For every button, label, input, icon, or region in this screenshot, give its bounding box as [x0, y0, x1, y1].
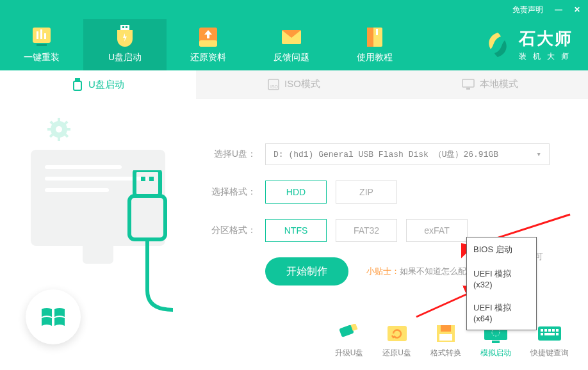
tool-label: 快捷键查询	[530, 348, 569, 358]
tip-text: 小贴士：如果不知道怎么配置	[366, 266, 475, 277]
svg-rect-19	[466, 88, 470, 90]
book-icon	[362, 26, 388, 48]
monitor-icon	[462, 79, 475, 90]
svg-rect-38	[441, 325, 451, 332]
svg-rect-39	[439, 334, 452, 341]
gear-icon	[46, 117, 72, 142]
windows-icon	[39, 303, 67, 331]
title-bar: 免责声明 — ✕	[0, 0, 588, 19]
usb-icon	[72, 78, 83, 91]
svg-rect-46	[548, 329, 551, 332]
nav-label: 使用教程	[357, 52, 393, 63]
tab-label: 本地模式	[480, 78, 518, 90]
svg-rect-51	[556, 333, 559, 335]
nav-usb-boot[interactable]: U盘启动	[83, 19, 167, 70]
nav-label: 一键重装	[24, 52, 60, 63]
svg-rect-48	[556, 329, 559, 332]
usb-stick-icon	[336, 323, 363, 344]
tool-upgrade-usb[interactable]: 升级U盘	[335, 323, 364, 358]
svg-text:ISO: ISO	[270, 84, 279, 89]
nav-tutorial[interactable]: 使用教程	[333, 19, 416, 70]
svg-rect-21	[58, 118, 60, 122]
usb-plug-icon	[122, 170, 173, 320]
svg-rect-49	[541, 333, 543, 335]
tab-label: ISO模式	[284, 78, 320, 90]
disk-label: 选择U盘：	[205, 149, 256, 160]
tab-iso-mode[interactable]: ISO ISO模式	[196, 70, 392, 99]
bar-chart-icon	[29, 26, 54, 48]
format-option-zip[interactable]: ZIP	[336, 181, 397, 204]
partition-option-fat32[interactable]: FAT32	[336, 219, 397, 242]
tool-label: 格式转换	[430, 348, 461, 358]
svg-rect-22	[58, 136, 60, 141]
tool-restore-usb[interactable]: 还原U盘	[382, 323, 411, 358]
svg-rect-33	[129, 196, 165, 239]
svg-rect-7	[126, 26, 127, 28]
tab-label: U盘启动	[88, 79, 124, 91]
sub-tabs: U盘启动 ISO ISO模式 本地模式	[0, 70, 588, 99]
svg-point-29	[56, 126, 62, 133]
illustration	[0, 99, 192, 370]
envelope-icon	[279, 26, 304, 48]
chevron-down-icon: ▾	[536, 149, 541, 159]
partition-option-ntfs[interactable]: NTFS	[265, 219, 327, 242]
nav-label: 反馈问题	[274, 52, 309, 63]
svg-rect-12	[367, 28, 373, 47]
svg-rect-41	[492, 341, 500, 343]
brand-subtitle: 装机大师	[519, 51, 575, 62]
windows-badge	[26, 289, 81, 344]
tool-label: 还原U盘	[382, 348, 411, 358]
popup-uefi-x32[interactable]: UEFI 模拟(x32)	[467, 262, 536, 296]
brand-area: 石大师 装机大师	[483, 19, 588, 70]
svg-rect-50	[544, 333, 555, 335]
svg-rect-5	[120, 25, 129, 30]
upload-box-icon	[195, 26, 221, 48]
svg-rect-3	[44, 33, 46, 39]
main-nav: 一键重装 U盘启动 还原资料 反馈问题 使用教程 石大师 装机大师	[0, 19, 588, 70]
disk-value: D: (hd1) General USB Flash Disk （U盘）26.9…	[274, 149, 498, 160]
svg-rect-36	[388, 326, 407, 341]
nav-restore-data[interactable]: 还原资料	[167, 19, 250, 70]
nav-one-click-reinstall[interactable]: 一键重装	[0, 19, 83, 70]
svg-rect-4	[37, 44, 47, 46]
format-option-hdd[interactable]: HDD	[265, 181, 327, 204]
svg-rect-44	[541, 329, 543, 332]
simulate-boot-popup: BIOS 启动 UEFI 模拟(x32) UEFI 模拟(x64)	[466, 237, 537, 330]
svg-rect-9	[199, 40, 217, 47]
svg-rect-1	[37, 31, 38, 39]
nav-label: U盘启动	[108, 52, 142, 63]
disclaimer-link[interactable]: 免责声明	[512, 4, 543, 15]
partition-option-exfat[interactable]: exFAT	[406, 219, 468, 242]
partition-label: 分区格式：	[205, 225, 256, 236]
svg-rect-32	[149, 177, 154, 181]
iso-icon: ISO	[268, 79, 279, 90]
nav-feedback[interactable]: 反馈问题	[250, 19, 333, 70]
brand-title: 石大师	[519, 28, 575, 50]
keyboard-icon	[536, 323, 563, 344]
svg-rect-18	[462, 79, 474, 87]
close-button[interactable]: ✕	[574, 5, 580, 14]
svg-rect-2	[40, 29, 42, 39]
svg-rect-23	[47, 128, 52, 131]
svg-rect-47	[552, 329, 555, 332]
svg-rect-6	[122, 26, 124, 28]
tip-label: 小贴士：	[366, 266, 400, 276]
format-label: 选择格式：	[205, 186, 256, 198]
tab-usb-boot[interactable]: U盘启动	[0, 70, 196, 99]
tab-local-mode[interactable]: 本地模式	[392, 70, 588, 99]
start-create-button[interactable]: 开始制作	[265, 257, 348, 286]
minimize-button[interactable]: —	[555, 5, 562, 14]
popup-uefi-x64[interactable]: UEFI 模拟(x64)	[467, 296, 536, 330]
brand-logo-icon	[483, 30, 512, 60]
usb-shield-icon	[112, 26, 138, 48]
tool-label: 模拟启动	[480, 348, 511, 358]
tool-label: 升级U盘	[335, 348, 364, 358]
restore-icon	[384, 323, 411, 344]
svg-rect-15	[74, 81, 81, 90]
tool-format-convert[interactable]: 格式转换	[430, 323, 461, 358]
popup-bios-boot[interactable]: BIOS 启动	[467, 237, 536, 262]
disk-select[interactable]: D: (hd1) General USB Flash Disk （U盘）26.9…	[265, 143, 550, 165]
nav-label: 还原资料	[190, 52, 226, 63]
svg-rect-45	[544, 329, 547, 332]
svg-rect-30	[135, 170, 160, 196]
